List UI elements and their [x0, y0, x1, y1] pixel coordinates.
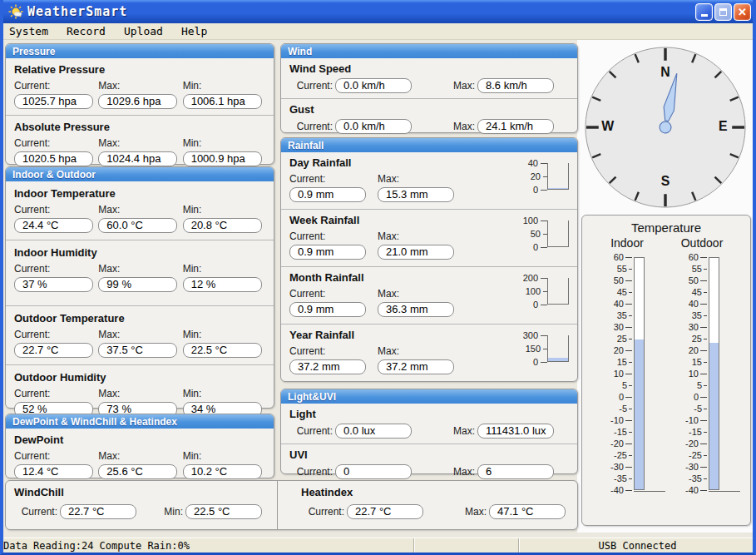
column-label: Indoor — [590, 236, 664, 250]
year-rainfall-gauge: 3001500 — [523, 329, 569, 369]
thermo-tick-label: -25 — [689, 450, 702, 460]
gauge-axis: 3001500 — [523, 329, 547, 369]
section-title: Indoor Humidity — [14, 246, 267, 259]
value-box: 6 — [477, 464, 554, 479]
value-box: 22.5 °C — [185, 504, 262, 519]
value-box: 1029.6 hpa — [98, 94, 177, 109]
windchill-section: WindChill Current: 22.7 °C Min: 22.5 °C — [6, 481, 277, 529]
section-title: Outdoor Temperature — [14, 312, 267, 325]
column-label: Outdoor — [665, 236, 739, 250]
minimize-button[interactable] — [695, 3, 713, 21]
field-label: Max: — [412, 425, 475, 437]
value-box: 1025.7 hpa — [14, 94, 93, 109]
field-label: Current: — [289, 173, 378, 185]
app-sun-icon — [8, 4, 23, 19]
light-uvi-panel: Light&UVI Light Current: 0.0 lux Max: 11… — [280, 389, 578, 474]
uvi-section: UVI Current: 0 Max: 6 — [281, 444, 577, 484]
pressure-panel: Pressure Relative Pressure Current: 1025… — [5, 43, 274, 165]
thermo-tick-label: -15 — [614, 427, 627, 437]
maximize-button[interactable] — [714, 3, 732, 21]
field-label: Current: — [14, 388, 98, 399]
thermo-tick-label: 35 — [617, 310, 627, 320]
value-box: 0.0 lux — [335, 424, 412, 439]
status-usb: USB Connected — [518, 538, 756, 553]
titlebar: WeatherSmart ✕ — [0, 0, 756, 23]
thermo-tick-label: -30 — [610, 462, 624, 472]
thermo-tick-label: -5 — [619, 404, 627, 414]
value-box: 25.6 °C — [98, 464, 177, 479]
indoor-temperature-section: Indoor Temperature Current:24.4 °C Max:6… — [6, 181, 274, 240]
windchill-heatindex-box: WindChill Current: 22.7 °C Min: 22.5 °C … — [5, 480, 578, 530]
value-box: 0.9 mm — [289, 187, 366, 202]
section-title: Absolute Pressure — [14, 121, 267, 133]
section-title: Gust — [289, 103, 571, 116]
rainfall-header: Rainfall — [281, 138, 577, 152]
status-middle — [413, 538, 518, 553]
close-button[interactable]: ✕ — [734, 3, 751, 21]
thermo-tick-label: 45 — [617, 287, 627, 297]
field-label: Min: — [183, 329, 267, 340]
field-label: Max: — [412, 121, 475, 132]
field-label: Max: — [412, 466, 475, 478]
value-box: 1000.9 hpa — [183, 151, 262, 166]
section-title: UVI — [289, 448, 571, 461]
gauge-fill — [548, 188, 568, 189]
thermo-tick-label: 25 — [692, 334, 702, 344]
field-label: Current: — [289, 121, 333, 132]
menu-upload[interactable]: Upload — [115, 24, 172, 38]
minimize-icon — [701, 14, 708, 17]
menu-record[interactable]: Record — [57, 24, 115, 38]
day-rainfall-section: Day Rainfall Current:0.9 mm Max:15.3 mm … — [281, 152, 577, 209]
field-label: Max: — [98, 80, 182, 92]
section-title: WindChill — [14, 486, 270, 498]
status-usb-text: USB Connected — [599, 540, 677, 552]
week-rainfall-section: Week Rainfall Current:0.9 mm Max:21.0 mm… — [281, 210, 577, 266]
field-min: Min: 1006.1 hpa — [183, 80, 267, 109]
value-box: 22.7 °C — [347, 504, 423, 519]
gauge-tube — [547, 163, 569, 190]
gauge-axis-max: 40 — [528, 158, 538, 168]
indoor-humidity-section: Indoor Humidity Current:37 % Max:99 % Mi… — [6, 240, 274, 299]
gauge-axis: 2001000 — [523, 271, 547, 311]
month-rainfall-section: Month Rainfall Current:0.9 mm Max:36.3 m… — [281, 267, 577, 324]
gust-section: Gust Current: 0.0 km/h Max: 24.1 km/h — [281, 99, 577, 139]
svg-text:W: W — [601, 119, 614, 133]
gauge-axis-min: 0 — [533, 242, 538, 252]
field-label: Min: — [183, 263, 267, 275]
field-max: Max: 1029.6 hpa — [98, 80, 182, 109]
field-label: Max: — [378, 173, 466, 185]
thermo-tick-label: -20 — [685, 439, 699, 448]
menu-system[interactable]: System — [0, 24, 57, 38]
field-label: Max: — [98, 204, 182, 216]
field-label: Current: — [289, 425, 333, 437]
outdoor-thermometer-column: Outdoor 605550454035302520151050-5-10-15… — [665, 236, 739, 498]
thermo-tick-label: 25 — [617, 334, 627, 344]
field-label: Max: — [98, 450, 182, 462]
field-min: Min: 1000.9 hpa — [183, 137, 267, 166]
menu-help[interactable]: Help — [172, 24, 216, 38]
field-label: Max: — [378, 345, 466, 357]
field-label: Current: — [14, 506, 57, 518]
field-max: Max: 1024.4 hpa — [98, 137, 182, 166]
field-label: Min: — [183, 204, 267, 216]
gauge-axis-min: 0 — [533, 357, 538, 367]
indoor-outdoor-panel: Indoor & Outdoor Indoor Temperature Curr… — [5, 166, 274, 409]
value-box: 37 % — [14, 277, 93, 292]
close-icon: ✕ — [738, 7, 747, 17]
indoor-thermometer: 605550454035302520151050-5-10-15-20-25-3… — [590, 251, 664, 498]
field-label: Current: — [289, 230, 378, 242]
thermo-tick-label: -35 — [689, 473, 702, 483]
indoor-thermometer-column: Indoor 605550454035302520151050-5-10-15-… — [590, 236, 664, 498]
gauge-axis-max: 200 — [523, 273, 538, 283]
status-left-text: Data Reading:24 Compute Rain:0% — [3, 540, 190, 552]
value-box: 37.5 °C — [98, 343, 177, 358]
section-title: DewPoint — [14, 434, 267, 446]
thermo-tick-label: 10 — [614, 369, 624, 379]
field-label: Min: — [183, 80, 267, 92]
gauge-axis-max: 100 — [523, 216, 538, 225]
temperature-panel: Temperature Indoor 605550454035302520151… — [581, 215, 751, 526]
thermo-tick-label: -10 — [685, 415, 699, 425]
value-box: 37.2 mm — [378, 359, 454, 374]
dewpoint-header: DewPoint & WindChill & Heatindex — [6, 414, 274, 429]
week-rainfall-gauge: 100500 — [523, 214, 569, 254]
